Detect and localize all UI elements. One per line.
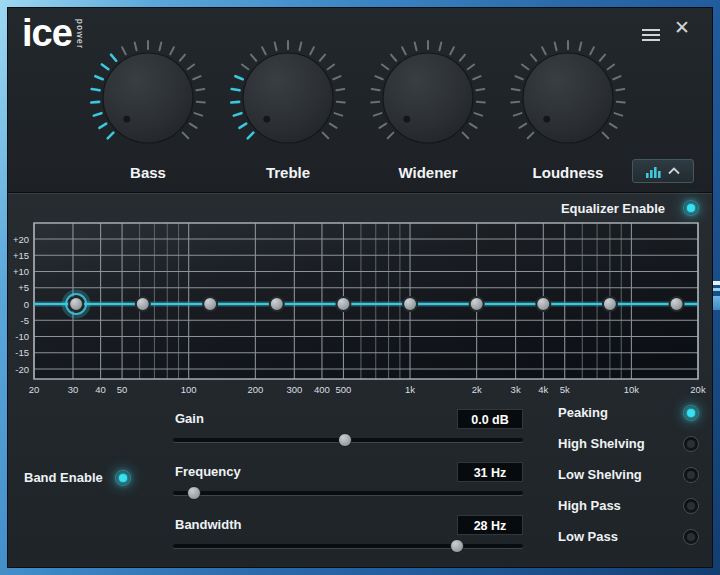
bandwidth-slider-handle[interactable] [450,539,464,553]
bandwidth-slider[interactable] [173,544,523,548]
filter-type-high-shelving[interactable]: High Shelving [558,428,699,459]
eq-band-handle[interactable] [270,297,284,311]
filter-type-radio-low-pass[interactable] [683,529,699,545]
filter-type-high-pass[interactable]: High Pass [558,490,699,521]
filter-type-label: Low Pass [558,529,618,544]
filter-type-radio-high-shelving[interactable] [683,436,699,452]
app-window: ice power ✕ Bass Treble Widener Loudness [7,7,713,568]
filter-type-label: Low Shelving [558,467,642,482]
svg-text:3k: 3k [511,384,521,395]
eq-band-handle[interactable] [670,297,684,311]
svg-text:-10: -10 [15,331,29,342]
svg-text:20k: 20k [690,384,706,395]
band-enable-label: Band Enable [24,470,103,485]
filter-type-radio-low-shelving[interactable] [683,467,699,483]
band-enable-radio[interactable] [115,470,131,486]
knob-label: Widener [368,164,488,181]
desktop-background: ice power ✕ Bass Treble Widener Loudness [0,0,720,575]
knob-label: Treble [228,164,348,181]
equalizer-enable-label: Equalizer Enable [561,201,665,216]
filter-type-list: PeakingHigh ShelvingLow ShelvingHigh Pas… [558,397,699,552]
slider-groups: Gain0.0 dBFrequency31 HzBandwidth28 Hz [173,409,523,559]
frequency-slider[interactable] [173,491,523,495]
svg-text:+20: +20 [13,234,29,245]
knob-label: Loudness [508,164,628,181]
logo-text: ice [22,14,72,52]
filter-type-peaking[interactable]: Peaking [558,397,699,428]
eq-graph: +20+15+10+50-5-10-15-2020304050100200300… [8,219,714,403]
eq-band-handle[interactable] [69,297,83,311]
gain-value-box: 0.0 dB [457,409,523,429]
eq-band-handle[interactable] [603,297,617,311]
svg-text:+15: +15 [13,250,29,261]
svg-text:30: 30 [68,384,79,395]
app-logo: ice power [22,14,85,52]
svg-text:-15: -15 [15,347,29,358]
svg-text:1k: 1k [405,384,415,395]
svg-text:100: 100 [181,384,197,395]
svg-text:2k: 2k [472,384,482,395]
svg-text:4k: 4k [538,384,548,395]
eq-band-handle[interactable] [136,297,150,311]
knob-widener[interactable]: Widener [368,36,488,181]
eq-band-handle[interactable] [403,297,417,311]
hamburger-icon [642,29,660,31]
svg-text:-20: -20 [15,364,29,375]
gain-slider[interactable] [173,438,523,442]
svg-text:+5: +5 [18,282,29,293]
filter-type-low-pass[interactable]: Low Pass [558,521,699,552]
filter-type-label: High Pass [558,498,621,513]
knobs-row: Bass Treble Widener Loudness [88,36,628,181]
svg-text:0: 0 [24,299,29,310]
slider-group-bandwidth: Bandwidth28 Hz [173,515,523,561]
svg-text:400: 400 [314,384,330,395]
knob-label: Bass [88,164,208,181]
eq-band-handle[interactable] [336,297,350,311]
eq-panel-toggle-button[interactable] [632,159,694,183]
knob-treble[interactable]: Treble [228,36,348,181]
svg-text:20: 20 [29,384,40,395]
filter-type-radio-peaking[interactable] [683,405,699,421]
svg-text:500: 500 [335,384,351,395]
knob-bass[interactable]: Bass [88,36,208,181]
frequency-value-box: 31 Hz [457,462,523,482]
eq-band-handle[interactable] [536,297,550,311]
eq-band-handle[interactable] [203,297,217,311]
chevron-up-icon [668,167,680,175]
equalizer-bars-icon [646,165,661,178]
knob-loudness[interactable]: Loudness [508,36,628,181]
svg-text:10k: 10k [624,384,640,395]
svg-text:+10: +10 [13,266,29,277]
menu-button[interactable] [642,26,660,44]
filter-type-label: Peaking [558,405,608,420]
eq-band-handle[interactable] [470,297,484,311]
filter-type-label: High Shelving [558,436,645,451]
slider-group-gain: Gain0.0 dB [173,409,523,455]
gain-slider-handle[interactable] [338,433,352,447]
bandwidth-label: Bandwidth [175,517,241,532]
svg-text:5k: 5k [560,384,570,395]
frequency-slider-handle[interactable] [187,486,201,500]
filter-type-radio-high-pass[interactable] [683,498,699,514]
filter-type-low-shelving[interactable]: Low Shelving [558,459,699,490]
svg-text:300: 300 [286,384,302,395]
svg-text:50: 50 [117,384,128,395]
close-button[interactable]: ✕ [674,18,690,37]
frequency-label: Frequency [175,464,241,479]
svg-text:40: 40 [95,384,106,395]
slider-group-frequency: Frequency31 Hz [173,462,523,508]
svg-text:200: 200 [247,384,263,395]
equalizer-enable-radio[interactable] [683,200,699,216]
bandwidth-value-box: 28 Hz [457,515,523,535]
gain-label: Gain [175,411,204,426]
svg-text:-5: -5 [21,315,29,326]
logo-subtext: power [75,19,85,52]
